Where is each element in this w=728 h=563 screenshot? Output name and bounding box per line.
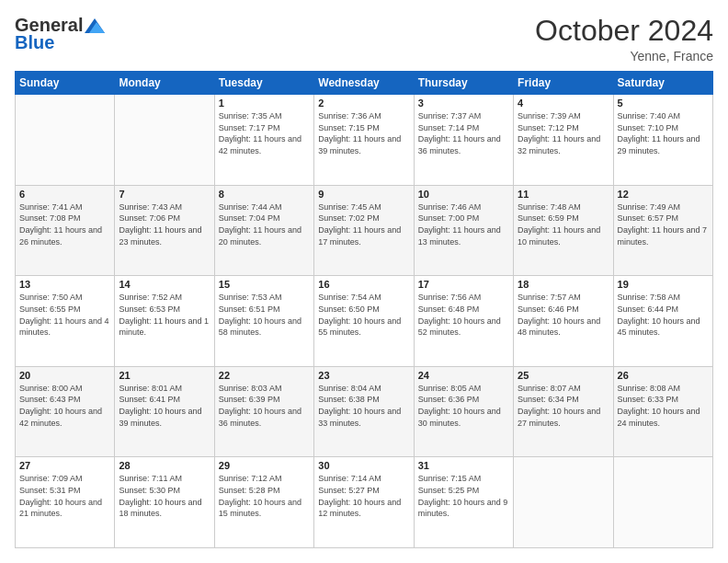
calendar-week-row: 1Sunrise: 7:35 AM Sunset: 7:17 PM Daylig…	[16, 95, 713, 186]
table-row: 9Sunrise: 7:45 AM Sunset: 7:02 PM Daylig…	[314, 185, 414, 276]
day-info: Sunrise: 7:35 AM Sunset: 7:17 PM Dayligh…	[219, 110, 310, 156]
table-row: 1Sunrise: 7:35 AM Sunset: 7:17 PM Daylig…	[214, 95, 313, 186]
day-info: Sunrise: 7:14 AM Sunset: 5:27 PM Dayligh…	[318, 473, 409, 519]
header: General Blue October 2024 Yenne, France	[15, 15, 713, 63]
table-row: 6Sunrise: 7:41 AM Sunset: 7:08 PM Daylig…	[16, 185, 115, 276]
day-number: 28	[119, 460, 210, 471]
day-number: 11	[518, 189, 609, 200]
day-number: 6	[19, 189, 110, 200]
day-info: Sunrise: 7:48 AM Sunset: 6:59 PM Dayligh…	[518, 201, 609, 247]
day-info: Sunrise: 7:39 AM Sunset: 7:12 PM Dayligh…	[518, 110, 609, 156]
day-number: 25	[518, 370, 609, 381]
day-number: 14	[119, 279, 210, 290]
col-sunday: Sunday	[16, 72, 115, 95]
month-title: October 2024	[535, 15, 713, 47]
table-row: 27Sunrise: 7:09 AM Sunset: 5:31 PM Dayli…	[16, 457, 115, 548]
day-number: 16	[318, 279, 409, 290]
table-row: 28Sunrise: 7:11 AM Sunset: 5:30 PM Dayli…	[115, 457, 214, 548]
col-monday: Monday	[115, 72, 214, 95]
table-row: 15Sunrise: 7:53 AM Sunset: 6:51 PM Dayli…	[214, 276, 313, 367]
day-info: Sunrise: 8:08 AM Sunset: 6:33 PM Dayligh…	[618, 383, 709, 429]
calendar-header-row: Sunday Monday Tuesday Wednesday Thursday…	[16, 72, 713, 95]
day-info: Sunrise: 7:36 AM Sunset: 7:15 PM Dayligh…	[318, 110, 409, 156]
col-saturday: Saturday	[613, 72, 712, 95]
day-info: Sunrise: 7:50 AM Sunset: 6:55 PM Dayligh…	[19, 292, 110, 338]
table-row: 29Sunrise: 7:12 AM Sunset: 5:28 PM Dayli…	[214, 457, 313, 548]
day-info: Sunrise: 7:11 AM Sunset: 5:30 PM Dayligh…	[119, 473, 210, 519]
table-row	[115, 95, 214, 186]
day-number: 18	[518, 279, 609, 290]
day-info: Sunrise: 8:05 AM Sunset: 6:36 PM Dayligh…	[418, 383, 509, 429]
day-number: 12	[618, 189, 709, 200]
day-info: Sunrise: 7:09 AM Sunset: 5:31 PM Dayligh…	[19, 473, 110, 519]
day-info: Sunrise: 7:52 AM Sunset: 6:53 PM Dayligh…	[119, 292, 210, 338]
day-number: 7	[119, 189, 210, 200]
day-number: 22	[219, 370, 310, 381]
table-row: 22Sunrise: 8:03 AM Sunset: 6:39 PM Dayli…	[214, 366, 313, 457]
title-block: October 2024 Yenne, France	[535, 15, 713, 63]
table-row	[16, 95, 115, 186]
table-row: 13Sunrise: 7:50 AM Sunset: 6:55 PM Dayli…	[16, 276, 115, 367]
day-info: Sunrise: 7:41 AM Sunset: 7:08 PM Dayligh…	[19, 201, 110, 247]
col-wednesday: Wednesday	[314, 72, 414, 95]
table-row: 4Sunrise: 7:39 AM Sunset: 7:12 PM Daylig…	[514, 95, 613, 186]
table-row: 23Sunrise: 8:04 AM Sunset: 6:38 PM Dayli…	[314, 366, 414, 457]
table-row: 19Sunrise: 7:58 AM Sunset: 6:44 PM Dayli…	[613, 276, 712, 367]
logo: General Blue	[15, 15, 105, 53]
table-row: 30Sunrise: 7:14 AM Sunset: 5:27 PM Dayli…	[314, 457, 414, 548]
table-row	[514, 457, 613, 548]
table-row: 31Sunrise: 7:15 AM Sunset: 5:25 PM Dayli…	[414, 457, 513, 548]
day-info: Sunrise: 7:43 AM Sunset: 7:06 PM Dayligh…	[119, 201, 210, 247]
table-row: 20Sunrise: 8:00 AM Sunset: 6:43 PM Dayli…	[16, 366, 115, 457]
day-number: 27	[19, 460, 110, 471]
table-row: 21Sunrise: 8:01 AM Sunset: 6:41 PM Dayli…	[115, 366, 214, 457]
col-friday: Friday	[514, 72, 613, 95]
day-info: Sunrise: 7:56 AM Sunset: 6:48 PM Dayligh…	[418, 292, 509, 338]
table-row: 18Sunrise: 7:57 AM Sunset: 6:46 PM Dayli…	[514, 276, 613, 367]
day-info: Sunrise: 7:57 AM Sunset: 6:46 PM Dayligh…	[518, 292, 609, 338]
day-number: 2	[318, 98, 409, 109]
col-thursday: Thursday	[414, 72, 513, 95]
location-subtitle: Yenne, France	[535, 49, 713, 63]
table-row: 16Sunrise: 7:54 AM Sunset: 6:50 PM Dayli…	[314, 276, 414, 367]
day-info: Sunrise: 7:58 AM Sunset: 6:44 PM Dayligh…	[618, 292, 709, 338]
day-info: Sunrise: 7:12 AM Sunset: 5:28 PM Dayligh…	[219, 473, 310, 519]
table-row: 17Sunrise: 7:56 AM Sunset: 6:48 PM Dayli…	[414, 276, 513, 367]
day-info: Sunrise: 7:53 AM Sunset: 6:51 PM Dayligh…	[219, 292, 310, 338]
day-number: 17	[418, 279, 509, 290]
table-row: 5Sunrise: 7:40 AM Sunset: 7:10 PM Daylig…	[613, 95, 712, 186]
day-number: 8	[219, 189, 310, 200]
day-number: 23	[318, 370, 409, 381]
calendar-week-row: 27Sunrise: 7:09 AM Sunset: 5:31 PM Dayli…	[16, 457, 713, 548]
calendar-table: Sunday Monday Tuesday Wednesday Thursday…	[15, 71, 713, 548]
day-number: 13	[19, 279, 110, 290]
day-number: 1	[219, 98, 310, 109]
day-number: 9	[318, 189, 409, 200]
day-number: 15	[219, 279, 310, 290]
day-number: 20	[19, 370, 110, 381]
table-row: 25Sunrise: 8:07 AM Sunset: 6:34 PM Dayli…	[514, 366, 613, 457]
table-row	[613, 457, 712, 548]
day-number: 29	[219, 460, 310, 471]
day-number: 5	[618, 98, 709, 109]
table-row: 2Sunrise: 7:36 AM Sunset: 7:15 PM Daylig…	[314, 95, 414, 186]
day-number: 10	[418, 189, 509, 200]
table-row: 24Sunrise: 8:05 AM Sunset: 6:36 PM Dayli…	[414, 366, 513, 457]
table-row: 14Sunrise: 7:52 AM Sunset: 6:53 PM Dayli…	[115, 276, 214, 367]
day-info: Sunrise: 8:04 AM Sunset: 6:38 PM Dayligh…	[318, 383, 409, 429]
day-info: Sunrise: 8:03 AM Sunset: 6:39 PM Dayligh…	[219, 383, 310, 429]
day-info: Sunrise: 8:00 AM Sunset: 6:43 PM Dayligh…	[19, 383, 110, 429]
table-row: 7Sunrise: 7:43 AM Sunset: 7:06 PM Daylig…	[115, 185, 214, 276]
day-number: 30	[318, 460, 409, 471]
day-number: 19	[618, 279, 709, 290]
calendar-week-row: 13Sunrise: 7:50 AM Sunset: 6:55 PM Dayli…	[16, 276, 713, 367]
day-number: 31	[418, 460, 509, 471]
table-row: 8Sunrise: 7:44 AM Sunset: 7:04 PM Daylig…	[214, 185, 313, 276]
day-info: Sunrise: 7:15 AM Sunset: 5:25 PM Dayligh…	[418, 473, 509, 519]
table-row: 11Sunrise: 7:48 AM Sunset: 6:59 PM Dayli…	[514, 185, 613, 276]
day-info: Sunrise: 7:49 AM Sunset: 6:57 PM Dayligh…	[618, 201, 709, 247]
calendar-week-row: 6Sunrise: 7:41 AM Sunset: 7:08 PM Daylig…	[16, 185, 713, 276]
logo-blue: Blue	[15, 32, 54, 53]
day-number: 24	[418, 370, 509, 381]
day-info: Sunrise: 7:37 AM Sunset: 7:14 PM Dayligh…	[418, 110, 509, 156]
